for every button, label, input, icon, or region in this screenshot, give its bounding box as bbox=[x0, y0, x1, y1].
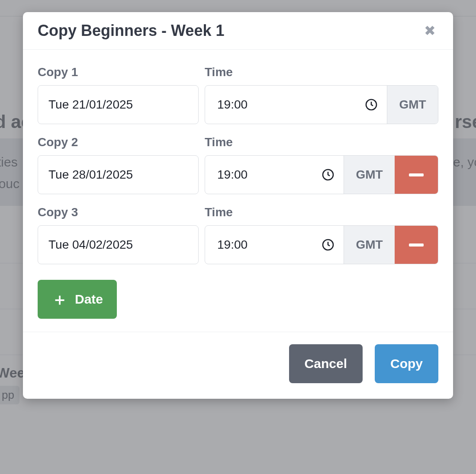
time-input[interactable]: 19:00 bbox=[205, 238, 344, 252]
copy-row: Copy 2 Tue 28/01/2025 Time 19:00 bbox=[38, 135, 438, 194]
date-value: Tue 21/01/2025 bbox=[48, 98, 133, 112]
copy-row: Copy 1 Tue 21/01/2025 Time 19:00 bbox=[38, 65, 438, 124]
add-date-button[interactable]: ＋ Date bbox=[38, 280, 117, 319]
modal-body: Copy 1 Tue 21/01/2025 Time 19:00 bbox=[23, 50, 453, 332]
modal-title: Copy Beginners - Week 1 bbox=[38, 22, 224, 40]
date-value: Tue 04/02/2025 bbox=[48, 238, 133, 252]
copy-label: Copy 1 bbox=[38, 65, 199, 79]
modal-overlay[interactable]: Copy Beginners - Week 1 ✖ Copy 1 Tue 21/… bbox=[0, 0, 476, 474]
modal-header: Copy Beginners - Week 1 ✖ bbox=[23, 12, 453, 50]
date-input[interactable]: Tue 28/01/2025 bbox=[38, 155, 199, 194]
copy-row: Copy 3 Tue 04/02/2025 Time 19:00 bbox=[38, 205, 438, 264]
timezone-label: GMT bbox=[344, 156, 395, 194]
date-column: Copy 3 Tue 04/02/2025 bbox=[38, 205, 199, 264]
copy-label: Copy 2 bbox=[38, 135, 199, 149]
time-group: 19:00 GMT bbox=[205, 225, 438, 264]
time-column: Time 19:00 GMT bbox=[205, 205, 438, 264]
time-group: 19:00 GMT bbox=[205, 85, 438, 124]
date-column: Copy 2 Tue 28/01/2025 bbox=[38, 135, 199, 194]
clock-icon bbox=[364, 98, 378, 112]
time-label: Time bbox=[205, 135, 438, 149]
date-input[interactable]: Tue 21/01/2025 bbox=[38, 85, 199, 124]
time-column: Time 19:00 GMT bbox=[205, 65, 438, 124]
time-input[interactable]: 19:00 bbox=[205, 98, 387, 112]
copy-button[interactable]: Copy bbox=[375, 344, 438, 383]
time-input[interactable]: 19:00 bbox=[205, 168, 344, 182]
time-value: 19:00 bbox=[217, 98, 248, 112]
copy-label: Copy 3 bbox=[38, 205, 199, 219]
time-label: Time bbox=[205, 65, 438, 79]
modal-footer: Cancel Copy bbox=[23, 332, 453, 399]
timezone-label: GMT bbox=[344, 226, 395, 264]
time-label: Time bbox=[205, 205, 438, 219]
time-value: 19:00 bbox=[217, 168, 248, 182]
date-column: Copy 1 Tue 21/01/2025 bbox=[38, 65, 199, 124]
time-column: Time 19:00 GMT bbox=[205, 135, 438, 194]
minus-icon bbox=[409, 243, 424, 247]
add-date-label: Date bbox=[75, 292, 103, 307]
close-icon[interactable]: ✖ bbox=[421, 24, 438, 38]
plus-icon: ＋ bbox=[51, 291, 68, 307]
time-group: 19:00 GMT bbox=[205, 155, 438, 194]
date-input[interactable]: Tue 04/02/2025 bbox=[38, 225, 199, 264]
remove-button[interactable] bbox=[395, 226, 438, 264]
time-value: 19:00 bbox=[217, 238, 248, 252]
remove-button[interactable] bbox=[395, 156, 438, 194]
copy-activity-modal: Copy Beginners - Week 1 ✖ Copy 1 Tue 21/… bbox=[23, 12, 453, 399]
clock-icon bbox=[321, 168, 335, 182]
timezone-label: GMT bbox=[387, 86, 438, 124]
minus-icon bbox=[409, 173, 424, 176]
date-value: Tue 28/01/2025 bbox=[48, 168, 133, 182]
cancel-button[interactable]: Cancel bbox=[289, 344, 363, 383]
clock-icon bbox=[321, 238, 335, 252]
